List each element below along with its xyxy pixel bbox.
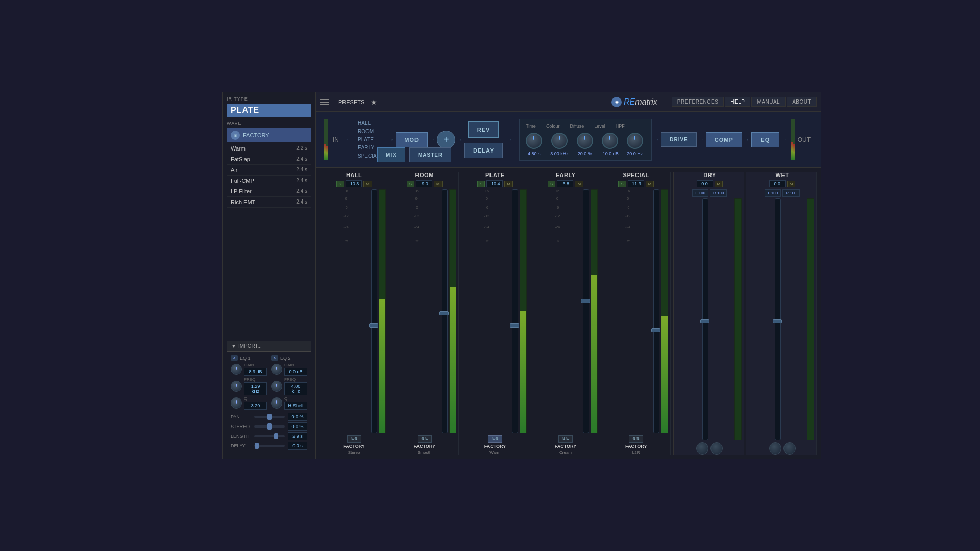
mod-button[interactable]: MOD [396,132,428,147]
eq1-freq-value[interactable]: 1.29 kHz [244,382,267,395]
list-item[interactable]: FatSlap 2.4 s [227,154,311,165]
special-db[interactable]: -11.3 [628,180,644,187]
plate-fader-handle[interactable] [510,323,519,328]
hall-db[interactable]: -10.3 [346,180,362,187]
drive-button[interactable]: DRIVE [661,132,697,147]
room-fader[interactable] [442,189,448,433]
factory-preset[interactable]: ◉ FACTORY [227,128,311,142]
add-node-button[interactable]: + [437,131,455,149]
hall-fader[interactable] [371,189,377,433]
plate-db[interactable]: -10.4 [486,180,503,187]
eq1-gain-value[interactable]: 8.9 dB [244,368,267,376]
dry-m-button[interactable]: M [715,181,723,187]
import-button[interactable]: ▼ IMPORT... [227,341,311,352]
wet-l-box[interactable]: L 100 [765,189,781,197]
eq-chain-button[interactable]: EQ [751,132,779,147]
rev-level-knob[interactable] [602,133,618,149]
dry-l-box[interactable]: L 100 [692,189,708,197]
wet-fader[interactable] [775,198,781,440]
list-item[interactable]: Rich EMT 2.4 s [227,197,311,208]
dry-fader-handle[interactable] [700,319,709,323]
eq1-gain-knob[interactable] [231,364,242,375]
eq2-freq-knob[interactable] [271,381,282,392]
eq1-q-value[interactable]: 3.29 [244,402,267,410]
rev-diffuse-knob[interactable] [577,133,593,149]
delay-param-value[interactable]: 0.0 s [288,442,307,450]
dry-db[interactable]: 0.0 [697,180,713,187]
wet-db[interactable]: 0.0 [769,180,786,187]
dry-fader[interactable] [702,198,708,440]
star-button[interactable]: ★ [371,98,377,106]
list-item[interactable]: LP Filter 2.4 s [227,186,311,197]
special-fader[interactable] [653,189,659,433]
eq2-q-value[interactable]: H-Shelf [284,402,307,410]
rev-colour-knob[interactable] [551,133,568,149]
preferences-button[interactable]: PREFERENCES [672,97,724,107]
special-fader-handle[interactable] [651,328,660,332]
rev-hpf-knob[interactable] [627,133,643,149]
wet-pan-r-knob[interactable] [783,442,796,455]
plate-m-button[interactable]: M [504,181,513,187]
room-s-button[interactable]: S [407,181,414,187]
early-s-button[interactable]: S [548,181,555,187]
rev-time-knob[interactable] [526,133,542,149]
pan-value[interactable]: 0.0 % [288,413,307,421]
menu-icon[interactable] [320,96,332,108]
routing-plate[interactable]: PLATE [355,136,382,143]
wet-pan-l-knob[interactable] [769,442,781,455]
hall-ir-button[interactable]: ⇅⇅ [347,435,361,443]
comp-button[interactable]: COMP [706,132,742,147]
dry-pan-l-knob[interactable] [696,442,708,455]
delay-button[interactable]: DELAY [464,143,503,158]
early-m-button[interactable]: M [575,181,583,187]
plate-s-button[interactable]: S [477,181,485,187]
hall-s-button[interactable]: S [336,181,344,187]
routing-room[interactable]: ROOM [355,128,382,135]
presets-button[interactable]: PRESETS [336,98,366,106]
eq1-freq-knob[interactable] [231,381,242,392]
routing-hall[interactable]: HALL [355,120,382,127]
early-fader[interactable] [583,189,589,433]
delay-param-thumb[interactable] [255,443,259,449]
stereo-thumb[interactable] [267,423,272,430]
room-ir-button[interactable]: ⇅⇅ [418,435,432,443]
about-button[interactable]: ABOUT [787,97,817,107]
length-thumb[interactable] [274,433,278,439]
plate-ir-button[interactable]: ⇅⇅ [488,435,502,443]
special-m-button[interactable]: M [646,181,654,187]
early-fader-handle[interactable] [581,299,590,303]
eq2-q-knob[interactable] [271,397,282,409]
eq2-gain-knob[interactable] [271,364,282,375]
room-fader-handle[interactable] [439,311,449,315]
manual-button[interactable]: MANUAL [751,97,786,107]
rev-button[interactable]: REV [468,121,500,138]
pan-slider[interactable] [254,416,285,418]
list-item[interactable]: Full-CMP 2.4 s [227,176,311,186]
dry-pan-r-knob[interactable] [710,442,723,455]
length-slider[interactable] [254,435,285,437]
special-ir-button[interactable]: ⇅⇅ [629,435,643,443]
eq2-freq-value[interactable]: 4.00 kHz [284,382,307,395]
delay-param-slider[interactable] [254,445,285,447]
hall-m-button[interactable]: M [363,181,372,187]
special-s-button[interactable]: S [618,181,626,187]
hall-fader-handle[interactable] [369,323,378,328]
help-button[interactable]: HELP [725,97,750,107]
eq2-gain-value[interactable]: 0.0 dB [284,368,307,376]
room-m-button[interactable]: M [434,181,443,187]
wet-fader-handle[interactable] [773,319,782,323]
wet-r-box[interactable]: R 100 [782,189,799,197]
mix-button[interactable]: MIX [377,147,405,162]
stereo-value[interactable]: 0.0 % [288,422,307,431]
eq1-q-knob[interactable] [231,397,242,409]
length-value[interactable]: 2.9 s [288,432,307,440]
list-item[interactable]: Warm 2.2 s [227,143,311,154]
wet-m-button[interactable]: M [787,181,796,187]
master-button[interactable]: MASTER [409,147,451,162]
dry-r-box[interactable]: R 100 [710,189,727,197]
list-item[interactable]: Air 2.4 s [227,165,311,176]
stereo-slider[interactable] [254,425,285,428]
early-db[interactable]: -6.8 [557,180,573,187]
early-ir-button[interactable]: ⇅⇅ [558,435,573,443]
plate-fader[interactable] [512,189,518,433]
